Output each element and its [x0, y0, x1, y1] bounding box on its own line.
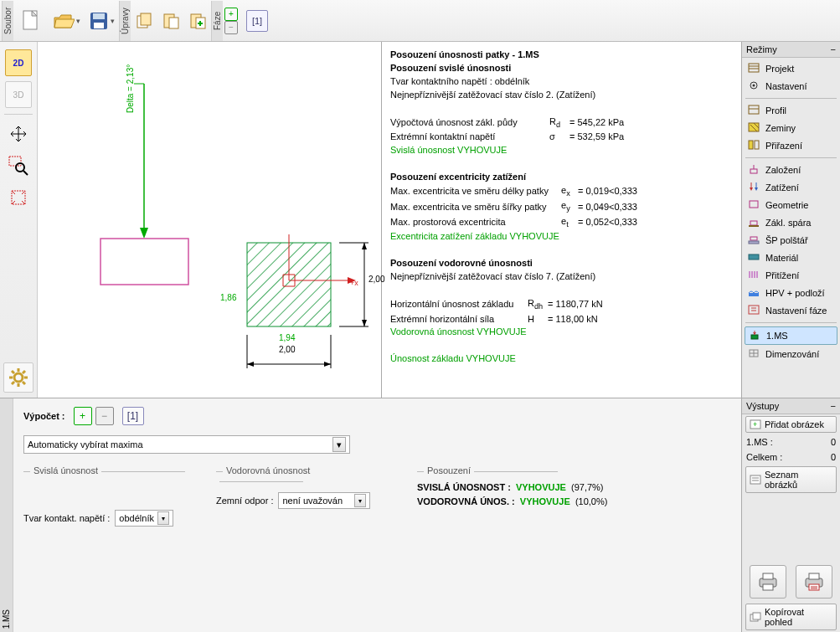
outputs-title: Výstupy− — [742, 398, 840, 414]
copy-button[interactable] — [131, 4, 157, 38]
mode-sp-polstar[interactable]: ŠP polštář — [745, 232, 837, 249]
modes-title: Režimy− — [742, 42, 840, 58]
svg-rect-91 — [763, 584, 773, 590]
svg-rect-67 — [750, 237, 757, 240]
svg-rect-57 — [755, 141, 759, 149]
mode-dimenzovani[interactable]: Dimenzování — [745, 346, 837, 362]
svg-rect-75 — [749, 306, 759, 314]
dim-right: 2,00 — [368, 275, 384, 284]
svg-marker-45 — [324, 362, 331, 367]
mode-zeminy[interactable]: Zeminy — [745, 120, 837, 136]
paste-button[interactable] — [158, 4, 183, 38]
toolbar-group-edit: Úpravy — [119, 1, 131, 41]
settings-gear-button[interactable] — [3, 362, 33, 393]
svg-rect-56 — [749, 141, 753, 149]
svg-rect-65 — [750, 221, 757, 225]
svg-rect-2 — [93, 13, 105, 19]
print-pdf-button[interactable] — [796, 565, 832, 599]
add-picture-button[interactable]: +Přidat obrázek — [745, 416, 837, 433]
svg-rect-3 — [94, 23, 104, 28]
svg-marker-44 — [247, 362, 254, 367]
svg-rect-26 — [100, 239, 188, 285]
svg-rect-51 — [749, 105, 759, 114]
svg-rect-46 — [749, 64, 759, 72]
contact-shape-combo[interactable]: obdélník▾ — [115, 510, 173, 527]
svg-rect-64 — [750, 201, 758, 208]
mode-material[interactable]: Materiál — [745, 249, 837, 266]
svg-rect-53 — [749, 123, 759, 131]
collapse-icon[interactable]: − — [831, 44, 836, 54]
mode-zakl-spara[interactable]: Zákl. spára — [745, 214, 837, 231]
svg-rect-58 — [750, 169, 757, 173]
svg-marker-39 — [362, 243, 367, 249]
svg-point-14 — [14, 373, 23, 382]
svg-rect-93 — [809, 573, 819, 579]
earth-resist-combo[interactable]: není uvažován▾ — [278, 492, 370, 509]
calc-panel: Výpočet : + − [1] Automaticky vybírat ma… — [13, 398, 741, 632]
open-file-button[interactable] — [49, 4, 83, 38]
mode-profil[interactable]: Profil — [745, 102, 837, 119]
dim-w2: 2,00 — [279, 345, 295, 354]
view-2d-button[interactable]: 2D — [5, 49, 32, 76]
copy-view-button[interactable]: Kopírovat pohled — [745, 604, 837, 630]
axis-label: +x — [350, 279, 358, 287]
toolbar-group-phase: Fáze — [211, 1, 223, 41]
svg-point-50 — [753, 85, 755, 87]
calc-remove-button[interactable]: − — [95, 407, 114, 425]
view-3d-button[interactable]: 3D — [5, 81, 32, 108]
mode-pritizeni[interactable]: Přitížení — [745, 267, 837, 284]
collapse-icon[interactable]: − — [831, 401, 836, 411]
calc-add-button[interactable]: + — [74, 407, 92, 425]
svg-line-19 — [12, 371, 14, 373]
svg-point-11 — [16, 163, 24, 172]
svg-rect-69 — [749, 254, 759, 259]
picture-list-button[interactable]: Seznam obrázků — [745, 466, 837, 493]
drawing-canvas[interactable]: Delta = 2,13° 1,86 2,00 1,94 2,00 +x — [38, 42, 381, 398]
svg-line-22 — [12, 382, 14, 384]
calc-label: Výpočet : — [23, 411, 65, 421]
group-vodorovna: Vodorovná únosnost — [216, 465, 392, 486]
bottom-tab[interactable]: 1.MS — [0, 398, 13, 632]
phase-remove-button[interactable]: − — [224, 21, 238, 34]
paste-special-button[interactable] — [185, 4, 210, 38]
svg-line-20 — [23, 382, 25, 384]
view-toolbar: 2D 3D — [0, 42, 38, 398]
mode-geometrie[interactable]: Geometrie — [745, 197, 837, 213]
svg-rect-86 — [750, 475, 760, 484]
mode-hpv-podlozi[interactable]: HPV + podloží — [745, 285, 837, 301]
calc-indicator[interactable]: [1] — [122, 407, 144, 425]
svg-rect-10 — [9, 157, 21, 166]
mode-prirazeni[interactable]: Přiřazení — [745, 137, 837, 154]
phase-indicator[interactable]: [1] — [246, 10, 268, 32]
pan-button[interactable] — [5, 121, 32, 147]
svg-rect-5 — [141, 13, 151, 25]
svg-marker-24 — [140, 228, 148, 239]
group-svisla: Svislá únosnost — [23, 465, 191, 475]
group-posouzeni: Posouzení — [417, 465, 693, 475]
calc-mode-combo[interactable]: Automaticky vybírat maxima▾ — [23, 435, 350, 454]
svg-rect-68 — [749, 241, 759, 244]
svg-rect-7 — [169, 18, 178, 28]
toolbar-group-file: Soubor — [2, 1, 13, 41]
zoom-extents-button[interactable] — [5, 184, 32, 211]
svg-marker-40 — [362, 320, 367, 326]
new-file-button[interactable] — [14, 4, 48, 38]
svg-rect-78 — [751, 335, 758, 339]
res-title1: Posouzení únosnosti patky - 1.MS — [390, 49, 539, 59]
res-title2: Posouzení svislé únosnosti — [390, 63, 511, 73]
print-button[interactable] — [750, 565, 786, 599]
svg-rect-90 — [763, 573, 773, 579]
main-toolbar: Soubor Úpravy Fáze + − [1] — [0, 0, 840, 42]
svg-text:+: + — [753, 420, 757, 429]
mode-nastaveni[interactable]: Nastavení — [745, 78, 837, 95]
phase-add-button[interactable]: + — [224, 8, 238, 21]
zoom-window-button[interactable] — [5, 152, 32, 179]
mode-1ms[interactable]: 1.MS — [745, 326, 837, 345]
mode-zalozeni[interactable]: Založení — [745, 162, 837, 178]
svg-marker-62 — [750, 188, 753, 191]
mode-projekt[interactable]: Projekt — [745, 60, 837, 77]
mode-zatizeni[interactable]: Zatížení — [745, 179, 837, 196]
save-file-button[interactable] — [85, 4, 118, 38]
mode-nastaveni-faze[interactable]: Nastavení fáze — [745, 302, 837, 319]
svg-line-12 — [23, 171, 28, 175]
